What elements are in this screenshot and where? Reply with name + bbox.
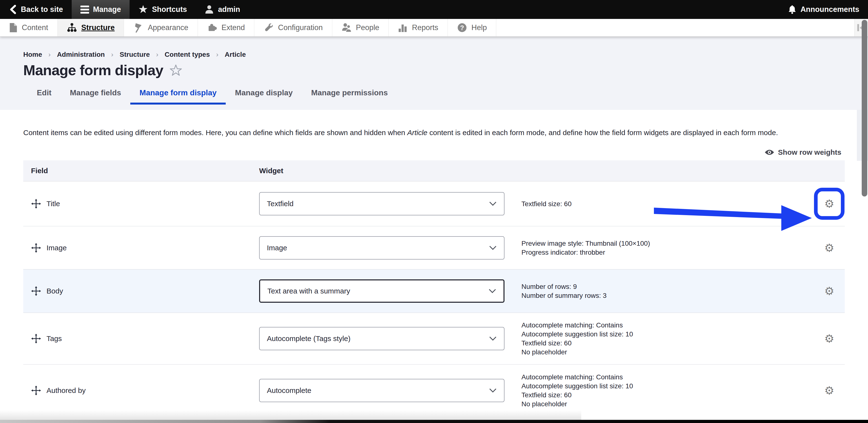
field-settings-button[interactable]: ⚙	[824, 198, 834, 209]
drag-handle-icon[interactable]	[31, 199, 41, 209]
chevron-down-icon	[489, 388, 497, 393]
manage-label: Manage	[93, 5, 121, 14]
tab-manage-permissions[interactable]: Manage permissions	[302, 82, 397, 105]
admin-toolbar: Back to site Manage Shortcuts admin Anno…	[0, 0, 868, 19]
field-label: Body	[46, 287, 63, 295]
table-header-row: Field Widget	[23, 160, 845, 181]
menu-item-configuration[interactable]: Configuration	[254, 19, 332, 36]
breadcrumb-separator: ›	[216, 51, 218, 58]
menu-item-label: Extend	[222, 23, 245, 32]
drag-handle-icon[interactable]	[31, 243, 41, 253]
breadcrumb-content-types[interactable]: Content types	[165, 51, 210, 58]
local-tasks-tabs: Edit Manage fields Manage form display M…	[23, 82, 845, 105]
column-header-widget: Widget	[259, 167, 513, 175]
user-button[interactable]: admin	[196, 0, 249, 19]
tab-manage-fields[interactable]: Manage fields	[61, 82, 130, 105]
sitemap-icon	[67, 23, 77, 33]
select-value: Autocomplete	[267, 386, 311, 395]
user-icon	[205, 5, 214, 14]
widget-select-authored-by[interactable]: Autocomplete	[259, 379, 504, 402]
page-header: Home › Administration › Structure › Cont…	[0, 37, 868, 110]
drag-handle-icon[interactable]	[31, 286, 41, 296]
bell-icon	[788, 4, 797, 15]
paintbrush-icon	[133, 23, 144, 33]
chevron-down-icon	[489, 289, 496, 293]
select-value: Text area with a summary	[268, 287, 350, 295]
breadcrumb: Home › Administration › Structure › Cont…	[23, 51, 845, 58]
widget-select-body[interactable]: Text area with a summary	[259, 279, 504, 303]
content-type-emphasis: Article	[407, 129, 427, 137]
menu-item-appearance[interactable]: Appearance	[124, 19, 197, 36]
breadcrumb-separator: ›	[49, 51, 51, 58]
field-label: Title	[46, 200, 60, 208]
people-icon	[341, 23, 352, 33]
tab-manage-form-display[interactable]: Manage form display	[130, 82, 226, 105]
menu-item-people[interactable]: People	[332, 19, 389, 36]
field-settings-button[interactable]: ⚙	[824, 242, 834, 253]
table-row-authored-by: Authored by Autocomplete Autocomplete ma…	[23, 364, 845, 417]
tab-edit[interactable]: Edit	[28, 82, 61, 105]
admin-menu-bar: Content Structure Appearance Extend	[0, 19, 868, 37]
form-display-table: Field Widget Title Textfield	[23, 160, 845, 417]
widget-summary-line: Number of summary rows: 3	[521, 291, 814, 300]
widget-summary-line: Autocomplete matching: Contains	[521, 321, 814, 330]
gear-icon: ⚙	[824, 242, 834, 254]
menu-item-structure[interactable]: Structure	[58, 19, 124, 36]
puzzle-icon	[207, 23, 217, 33]
scrollbar-thumb[interactable]	[862, 20, 867, 196]
breadcrumb-separator: ›	[111, 51, 113, 58]
select-value: Image	[267, 244, 287, 252]
gear-icon: ⚙	[824, 384, 834, 397]
breadcrumb-home[interactable]: Home	[23, 51, 42, 58]
favorite-star-icon[interactable]	[169, 64, 182, 76]
breadcrumb-article[interactable]: Article	[225, 51, 246, 58]
manage-button[interactable]: Manage	[72, 0, 130, 19]
menu-item-label: Configuration	[278, 23, 322, 32]
widget-summary-line: Preview image style: Thumbnail (100×100)	[521, 239, 814, 248]
menu-item-reports[interactable]: Reports	[389, 19, 448, 36]
field-label: Authored by	[46, 386, 86, 395]
widget-select-tags[interactable]: Autocomplete (Tags style)	[259, 327, 504, 350]
bar-chart-icon	[398, 23, 408, 33]
breadcrumb-administration[interactable]: Administration	[57, 51, 105, 58]
chevron-down-icon	[489, 336, 497, 341]
toolbar-spacer	[249, 0, 779, 19]
tab-manage-display[interactable]: Manage display	[226, 82, 302, 105]
menu-item-help[interactable]: ? Help	[448, 19, 496, 36]
page-title: Manage form display	[23, 62, 163, 79]
widget-summary-line: Number of rows: 9	[521, 282, 814, 291]
announcements-button[interactable]: Announcements	[779, 0, 868, 19]
shortcuts-label: Shortcuts	[152, 5, 187, 14]
widget-summary-line: Autocomplete matching: Contains	[521, 372, 814, 382]
annotation-highlight-ring: ⚙	[814, 188, 844, 220]
field-settings-button[interactable]: ⚙	[824, 285, 834, 297]
shortcuts-button[interactable]: Shortcuts	[130, 0, 196, 19]
menu-item-label: People	[356, 23, 379, 32]
field-settings-button[interactable]: ⚙	[824, 385, 834, 396]
widget-summary-line: Progress indicator: throbber	[521, 248, 814, 257]
table-row-tags: Tags Autocomplete (Tags style) Autocompl…	[23, 313, 845, 364]
window-bottom-edge	[0, 420, 868, 423]
breadcrumb-structure[interactable]: Structure	[120, 51, 150, 58]
gear-icon: ⚙	[824, 197, 834, 210]
back-to-site-label: Back to site	[21, 5, 63, 14]
widget-summary-line: No placeholder	[521, 347, 814, 357]
widget-summary-line: Textfield size: 60	[521, 339, 814, 347]
announcements-label: Announcements	[800, 5, 859, 14]
field-settings-button[interactable]: ⚙	[824, 333, 834, 344]
menu-item-content[interactable]: Content	[0, 19, 58, 36]
table-row-body: Body Text area with a summary Number of …	[23, 269, 845, 313]
chevron-down-icon	[489, 201, 497, 206]
svg-text:?: ?	[460, 24, 464, 31]
show-row-weights-label: Show row weights	[778, 148, 841, 157]
drag-handle-icon[interactable]	[31, 386, 41, 396]
menu-item-extend[interactable]: Extend	[198, 19, 254, 36]
select-value: Autocomplete (Tags style)	[267, 335, 350, 343]
widget-select-image[interactable]: Image	[259, 236, 504, 259]
widget-summary-line: Textfield size: 60	[521, 391, 814, 399]
drag-handle-icon[interactable]	[31, 334, 41, 344]
annotation-arrow	[652, 203, 814, 234]
back-to-site-button[interactable]: Back to site	[0, 0, 72, 19]
widget-select-title[interactable]: Textfield	[259, 192, 504, 216]
show-row-weights-link[interactable]: Show row weights	[23, 148, 841, 157]
